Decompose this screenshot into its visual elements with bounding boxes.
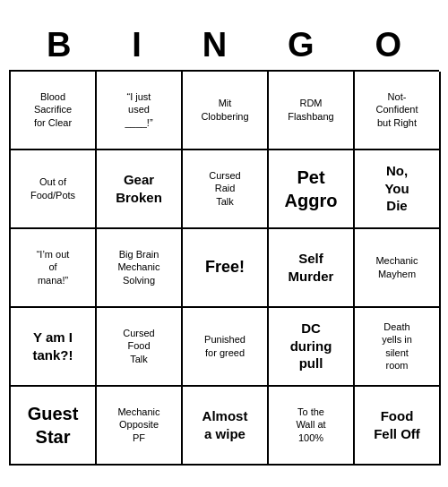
bingo-cell-16: Cursed Food Talk xyxy=(97,308,183,387)
bingo-card: B I N G O Blood Sacrifice for Clear“I ju… xyxy=(9,22,439,466)
bingo-cell-23: To the Wall at 100% xyxy=(269,387,355,466)
bingo-cell-12: Free! xyxy=(183,229,269,308)
bingo-cell-19: Death yells in silent room xyxy=(355,308,441,387)
bingo-grid: Blood Sacrifice for Clear“I just used __… xyxy=(9,70,439,466)
bingo-cell-20: Guest Star xyxy=(11,387,97,466)
bingo-cell-18: DC during pull xyxy=(269,308,355,387)
bingo-cell-6: Gear Broken xyxy=(97,150,183,229)
letter-o: O xyxy=(375,26,401,64)
bingo-cell-10: “I’m out of mana!” xyxy=(11,229,97,308)
bingo-cell-15: Y am I tank?! xyxy=(11,308,97,387)
bingo-cell-0: Blood Sacrifice for Clear xyxy=(11,72,97,150)
letter-n: N xyxy=(202,26,227,64)
letter-b: B xyxy=(47,26,71,64)
bingo-cell-8: Pet Aggro xyxy=(269,150,355,229)
bingo-cell-9: No, You Die xyxy=(355,150,441,229)
bingo-cell-24: Food Fell Off xyxy=(355,387,441,466)
bingo-cell-17: Punished for greed xyxy=(183,308,269,387)
bingo-cell-2: Mit Clobbering xyxy=(183,72,269,150)
bingo-cell-21: Mechanic Opposite PF xyxy=(97,387,183,466)
bingo-cell-4: Not- Confident but Right xyxy=(355,72,441,150)
bingo-cell-11: Big Brain Mechanic Solving xyxy=(97,229,183,308)
bingo-title: B I N G O xyxy=(9,22,439,68)
bingo-cell-3: RDM Flashbang xyxy=(269,72,355,150)
bingo-cell-22: Almost a wipe xyxy=(183,387,269,466)
letter-g: G xyxy=(288,26,314,64)
bingo-cell-13: Self Murder xyxy=(269,229,355,308)
bingo-cell-5: Out of Food/Pots xyxy=(11,150,97,229)
bingo-cell-1: “I just used ____!” xyxy=(97,72,183,150)
bingo-cell-7: Cursed Raid Talk xyxy=(183,150,269,229)
letter-i: I xyxy=(132,26,142,64)
bingo-cell-14: Mechanic Mayhem xyxy=(355,229,441,308)
